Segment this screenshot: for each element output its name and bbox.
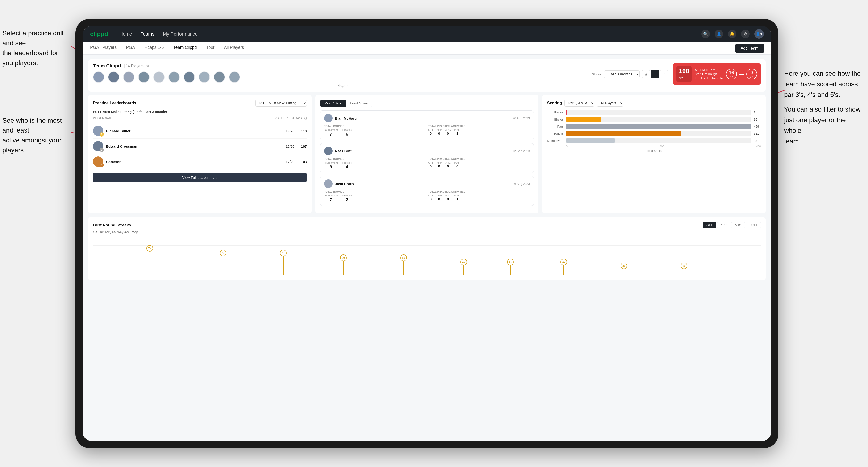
bogeys-track <box>566 131 751 136</box>
nav-link-teams[interactable]: Teams <box>141 31 154 37</box>
sub-nav: PGAT Players PGA Hcaps 1-5 Team Clippd T… <box>83 42 771 55</box>
arg-col: ARG 0 <box>445 129 451 135</box>
leaderboard-row-2: 2 Edward Crossman 18/20 107 <box>93 139 307 154</box>
streak-line-2 <box>223 256 223 275</box>
streak-line-5 <box>403 261 404 275</box>
leaderboard-card-header: Practice Leaderboards PUTT Must Make Put… <box>93 99 307 106</box>
add-team-button[interactable]: Add Team <box>736 44 764 53</box>
edit-icon[interactable]: ✏ <box>147 64 150 68</box>
filter-app[interactable]: APP <box>717 222 730 228</box>
player-avatar-2 <box>108 71 119 83</box>
sub-nav-hcaps[interactable]: Hcaps 1-5 <box>144 45 164 52</box>
bar-bogeys: Bogeys 311 <box>547 131 761 136</box>
col-pb-avg: PB AVG SQ <box>291 117 307 120</box>
leaderboard-row-1: 1 Richard Butler... 19/20 110 <box>93 123 307 139</box>
nav-link-home[interactable]: Home <box>120 31 132 37</box>
view-icons: ⊞ ☰ ↕ <box>642 70 668 78</box>
streak-dot-4: 5x <box>340 254 347 261</box>
sub-nav-pgat[interactable]: PGAT Players <box>90 45 117 52</box>
bell-icon-btn[interactable]: 🔔 <box>728 30 736 38</box>
grid-view-btn[interactable]: ⊞ <box>642 70 650 78</box>
dbogeys-val: 131 <box>754 139 761 143</box>
ap-header-2: Rees Britt 02 Sep 2023 <box>324 147 530 155</box>
highlight-circles: 16 yds — 0 yds <box>726 69 757 80</box>
streak-1: 7x <box>147 245 153 275</box>
settings-icon-btn[interactable]: ⚙ <box>741 30 750 38</box>
medal-gold-1: 1 <box>99 132 104 136</box>
dbogeys-fill <box>566 138 615 143</box>
pars-val: 499 <box>754 125 761 128</box>
sub-nav-allplayers[interactable]: All Players <box>224 45 244 52</box>
view-full-leaderboard-button[interactable]: View Full Leaderboard <box>93 173 307 182</box>
streaks-header: Best Round Streaks OTT APP ARG PUTT <box>93 222 761 228</box>
lb-avg-1: 110 <box>298 129 307 133</box>
streak-line-9 <box>624 269 624 275</box>
drill-select[interactable]: PUTT Must Make Putting ... <box>255 99 307 106</box>
most-active-tab[interactable]: Most Active <box>320 100 346 107</box>
active-players-header: Most Active Least Active <box>320 99 534 107</box>
highlight-text: Shot Dist: 16 yds Start Lie: Rough End L… <box>695 68 723 81</box>
pars-label: Pars <box>547 125 563 128</box>
tablet-screen: clippd Home Teams My Performance 🔍 👤 🔔 ⚙… <box>83 26 771 441</box>
streak-line-8 <box>563 266 564 275</box>
list-view-btn[interactable]: ☰ <box>651 70 659 78</box>
ap-name-1: Blair McHarg <box>335 116 510 120</box>
scoring-card: Scoring Par 3, 4 & 5s All Players Eagles <box>542 95 766 214</box>
toggle-tabs: Most Active Least Active <box>320 99 372 107</box>
streak-4: 5x <box>340 254 347 275</box>
practice-activities-label: Total Practice Activities <box>428 125 530 128</box>
scoring-players-select[interactable]: All Players <box>597 99 623 106</box>
streak-8: 4x <box>560 259 567 275</box>
streak-line-7 <box>510 266 511 275</box>
scoring-header: Scoring Par 3, 4 & 5s All Players <box>547 99 761 106</box>
bogeys-val: 311 <box>754 132 761 135</box>
nav-link-myperformance[interactable]: My Performance <box>163 31 198 37</box>
avatar-btn[interactable]: 👤▾ <box>754 29 764 39</box>
search-icon-btn[interactable]: 🔍 <box>702 30 710 38</box>
sub-nav-pga[interactable]: PGA <box>126 45 135 52</box>
least-active-tab[interactable]: Least Active <box>346 100 372 107</box>
sub-nav-tour[interactable]: Tour <box>206 45 214 52</box>
lb-avg-2: 107 <box>298 144 307 148</box>
total-rounds-label: Total Rounds <box>324 125 426 128</box>
streak-line-4 <box>343 261 344 275</box>
streak-line-3 <box>283 256 283 275</box>
scoring-par-select[interactable]: Par 3, 4 & 5s <box>564 99 594 106</box>
lb-avatar-2: 2 <box>93 141 103 151</box>
show-select[interactable]: Last 3 months <box>604 70 640 78</box>
sort-btn[interactable]: ↕ <box>660 70 668 78</box>
bogeys-label: Bogeys <box>547 132 563 135</box>
mini-stats-1: OTT 0 APP 0 ARG 0 <box>428 129 530 135</box>
nav-links: Home Teams My Performance <box>120 31 702 37</box>
filter-ott[interactable]: OTT <box>703 222 716 228</box>
lb-name-3: Cameron... <box>106 160 278 164</box>
streak-dot-3: 6x <box>280 250 286 256</box>
filter-putt[interactable]: PUTT <box>746 222 761 228</box>
ap-avatar-3 <box>324 180 333 188</box>
birdies-val: 96 <box>754 118 761 121</box>
player-avatar-1 <box>93 71 104 83</box>
streaks-title: Best Round Streaks <box>93 223 131 228</box>
team-left: Team Clippd | 14 Players ✏ <box>93 63 592 88</box>
streak-9: 3x <box>621 262 627 275</box>
streaks-subtitle: Off The Tee, Fairway Accuracy <box>93 230 761 234</box>
lb-score-2: 18/20 <box>280 144 294 148</box>
streak-5: 5x <box>400 254 407 275</box>
tablet-frame: clippd Home Teams My Performance 🔍 👤 🔔 ⚙… <box>75 19 778 448</box>
person-icon-btn[interactable]: 👤 <box>715 30 723 38</box>
filter-arg[interactable]: ARG <box>731 222 745 228</box>
pars-fill <box>566 124 751 129</box>
player-avatar-6 <box>168 71 180 83</box>
ap-date-2: 02 Sep 2023 <box>513 149 530 153</box>
axis-0: 0 <box>566 145 567 148</box>
streak-dot-6: 4x <box>460 259 467 266</box>
col-player-name: PLAYER NAME <box>93 117 273 120</box>
streak-dot-7: 4x <box>507 259 514 266</box>
team-header-section: Team Clippd | 14 Players ✏ <box>88 59 766 92</box>
nav-bar: clippd Home Teams My Performance 🔍 👤 🔔 ⚙… <box>83 26 771 42</box>
practice-activities-group: Total Practice Activities OTT 0 APP 0 <box>428 125 530 137</box>
ott-col: OTT 0 <box>428 129 433 135</box>
sub-nav-teamclippd[interactable]: Team Clippd <box>173 45 197 52</box>
annotation-left-1: Select a practice drill and see the lead… <box>2 28 64 68</box>
ap-avatar-1 <box>324 114 333 122</box>
